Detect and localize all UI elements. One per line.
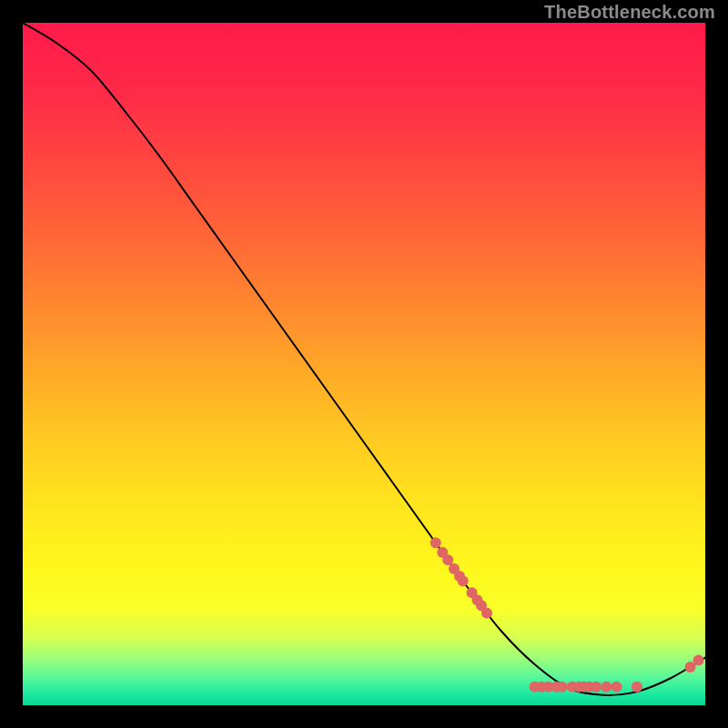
chart-frame: TheBottleneck.com [0,0,728,728]
data-point [612,682,622,693]
data-point [632,682,642,693]
data-point [481,608,492,619]
chart-svg [23,23,705,705]
data-point [693,655,704,666]
data-point [458,576,469,587]
data-point [430,538,441,549]
data-point [557,682,568,693]
attribution-text: TheBottleneck.com [544,2,715,23]
data-point [442,554,453,565]
data-point [591,682,602,693]
data-point [601,682,612,693]
chart-background [23,23,705,705]
chart-plot-area [23,23,705,705]
